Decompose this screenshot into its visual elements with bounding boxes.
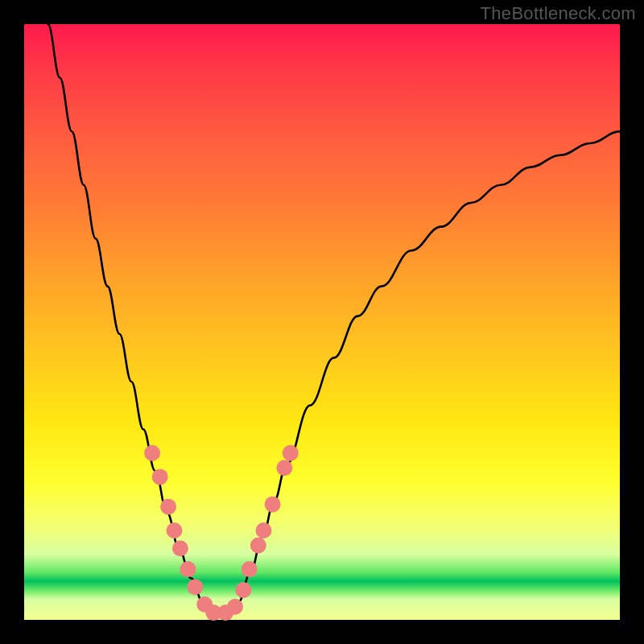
marker-dot — [242, 561, 258, 577]
marker-dot — [172, 540, 188, 556]
marker-group — [144, 445, 299, 621]
marker-dot — [180, 561, 196, 577]
marker-dot — [167, 522, 183, 539]
marker-dot — [160, 498, 176, 514]
watermark-text: TheBottleneck.com — [481, 3, 636, 24]
marker-dot — [227, 599, 243, 615]
marker-dot — [250, 538, 266, 554]
outer-frame: TheBottleneck.com — [0, 0, 644, 644]
marker-dot — [235, 582, 251, 598]
marker-dot — [283, 445, 299, 461]
marker-dot — [144, 445, 160, 461]
bottleneck-curve — [48, 24, 620, 614]
chart-svg — [24, 24, 620, 620]
marker-dot — [276, 460, 292, 476]
marker-dot — [265, 496, 281, 512]
marker-dot — [152, 469, 168, 485]
marker-dot — [187, 579, 203, 595]
marker-dot — [256, 522, 272, 539]
